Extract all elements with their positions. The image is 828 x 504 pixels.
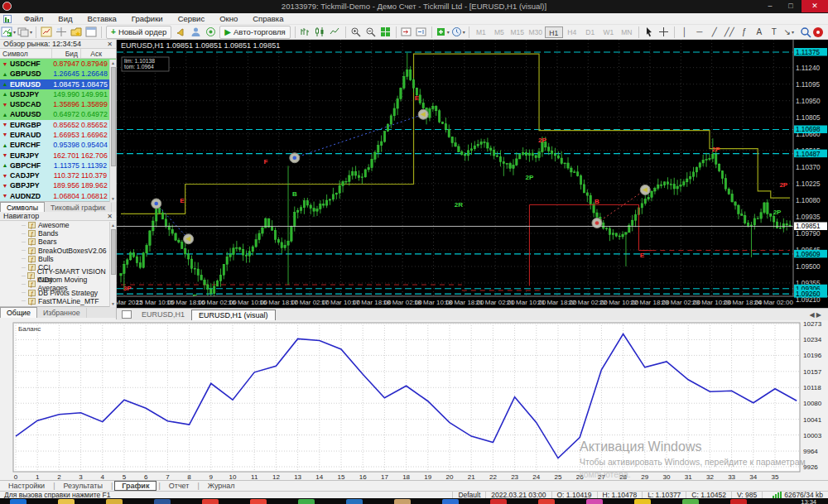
- chart-tab[interactable]: EURUSD,H1: [135, 310, 191, 320]
- menu-item-файл[interactable]: Файл: [17, 13, 51, 25]
- symbol-row-audusd[interactable]: ▲AUDUSD0.649720.64972: [0, 109, 116, 119]
- symbol-row-audnzd[interactable]: ▼AUDNZD1.068041.06812: [0, 190, 116, 200]
- tester-tab-1[interactable]: Результаты: [55, 482, 110, 490]
- taskbar-icon-start[interactable]: [10, 499, 26, 504]
- taskbar-icon-app-green[interactable]: [682, 499, 699, 504]
- navigator-item[interactable]: ─ƒFastTMALine_MTF: [10, 297, 116, 305]
- menu-item-справка[interactable]: Справка: [245, 13, 291, 25]
- navigator-item[interactable]: ─ƒBreakOutBoxesV2.06: [10, 247, 116, 255]
- scroll-up-icon[interactable]: ▲: [110, 222, 116, 228]
- new-chart-button[interactable]: ▾: [0, 26, 17, 39]
- line-chart-button[interactable]: [328, 26, 343, 39]
- menu-item-сервис[interactable]: Сервис: [171, 13, 213, 25]
- navigator-item[interactable]: ─ƒAwesome: [10, 221, 116, 229]
- cursor-button[interactable]: [642, 26, 657, 39]
- minimize-button[interactable]: –: [760, 0, 780, 12]
- period-button-mn[interactable]: MN: [618, 26, 636, 38]
- taskbar-icon-downloader[interactable]: [490, 499, 507, 504]
- taskbar-icon-chrome[interactable]: [250, 499, 267, 504]
- symbol-row-gbpusd[interactable]: ▲GBPUSD1.266451.26648: [0, 69, 116, 79]
- zoom-out-button[interactable]: [363, 26, 378, 39]
- symbol-row-eurchf[interactable]: ▲EURCHF0.953980.95404: [0, 140, 116, 150]
- chart-list-icon[interactable]: [122, 310, 132, 319]
- navigator-panel-button[interactable]: [69, 26, 84, 39]
- taskbar-icon-word[interactable]: [154, 499, 171, 504]
- column-symbol[interactable]: Символ: [0, 49, 52, 58]
- taskbar-icon-yandex[interactable]: [538, 499, 555, 504]
- menu-item-вид[interactable]: Вид: [51, 13, 79, 25]
- period-button-m30[interactable]: M30: [527, 26, 545, 38]
- tab-scroll-arrows[interactable]: ◀ ▶: [809, 311, 821, 320]
- navigator-close-icon[interactable]: ✕: [107, 213, 113, 220]
- vertical-line-icon[interactable]: │: [677, 26, 692, 39]
- column-bid[interactable]: Бид: [52, 49, 81, 58]
- tester-tab-4[interactable]: Журнал: [200, 482, 243, 490]
- market-watch-scrollbar[interactable]: ▲ ▼: [109, 60, 116, 202]
- search-button[interactable]: [798, 26, 813, 39]
- menu-item-графики[interactable]: Графики: [124, 13, 171, 25]
- chart-tab[interactable]: EURUSD,H1 (visual): [191, 310, 276, 320]
- column-ask[interactable]: Аск: [81, 49, 104, 58]
- candlestick-chart-button[interactable]: [313, 26, 328, 39]
- market-watch-panel-button[interactable]: [39, 26, 54, 39]
- close-button[interactable]: ✕: [802, 0, 828, 12]
- equidistant-channel-icon[interactable]: ╱╱: [722, 26, 737, 39]
- symbol-row-usdcad[interactable]: ▼USDCAD1.358961.35899: [0, 99, 116, 109]
- arrows-icon[interactable]: ↘▾: [782, 26, 797, 39]
- taskbar-clock[interactable]: 13:34: [801, 498, 816, 504]
- symbol-row-cadjpy[interactable]: ▼CADJPY110.372110.379: [0, 170, 116, 180]
- notifications-icon[interactable]: [813, 27, 823, 37]
- period-button-w1[interactable]: W1: [599, 26, 618, 38]
- bar-chart-button[interactable]: [298, 26, 313, 39]
- symbol-row-gbpjpy[interactable]: ▼GBPJPY189.956189.962: [0, 180, 116, 190]
- maximize-button[interactable]: □: [781, 0, 801, 12]
- period-button-m15[interactable]: M15: [508, 26, 527, 38]
- auto-scroll-button[interactable]: [399, 26, 414, 39]
- trendline-icon[interactable]: ╱: [707, 26, 722, 39]
- taskbar-icon-paint[interactable]: [394, 499, 411, 504]
- auto-trading-button[interactable]: ▶Авто-торговля: [219, 26, 290, 39]
- price-chart[interactable]: 3PEEFBE2R2P2PBE2P2P2P1.112401.110951.109…: [117, 40, 828, 308]
- navigator-tab-favorites[interactable]: Избранное: [37, 308, 87, 318]
- taskbar-icon-opera[interactable]: [202, 499, 219, 504]
- experts-button[interactable]: [188, 26, 203, 39]
- taskbar-icon-explorer[interactable]: [58, 499, 75, 504]
- symbol-row-eurusd[interactable]: ▲EURUSD1.084751.08475: [0, 79, 116, 89]
- news-button[interactable]: [203, 26, 218, 39]
- navigator-item[interactable]: ─ƒBands: [10, 229, 116, 238]
- taskbar-icon-folder[interactable]: [106, 499, 123, 504]
- period-button-d1[interactable]: D1: [581, 26, 599, 38]
- add-indicator-button[interactable]: ▾: [435, 26, 450, 39]
- period-button-h1[interactable]: H1: [545, 26, 563, 38]
- symbol-row-euraud[interactable]: ▼EURAUD1.669531.66962: [0, 130, 116, 140]
- period-button-h4[interactable]: H4: [563, 26, 581, 38]
- alerts-button[interactable]: [173, 26, 188, 39]
- scroll-down-icon[interactable]: ▼: [110, 195, 116, 202]
- symbol-row-eurjpy[interactable]: ▼EURJPY162.701162.706: [0, 150, 116, 160]
- navigator-item[interactable]: ─ƒCustom Moving Averages: [10, 280, 116, 288]
- taskbar-icon-app-multicolor[interactable]: [586, 499, 603, 504]
- taskbar-icon-app-yellow[interactable]: [634, 499, 651, 504]
- tester-tab-0[interactable]: Настройки: [0, 482, 53, 490]
- balance-chart[interactable]: Баланс1027310234101961015710118100801004…: [0, 320, 828, 480]
- taskbar-icon-word-doc[interactable]: [442, 499, 459, 504]
- tester-tab-3[interactable]: Отчет: [161, 482, 198, 490]
- menu-item-вставка[interactable]: Вставка: [80, 13, 124, 25]
- text-label-icon[interactable]: T: [767, 26, 782, 39]
- data-window-panel-button[interactable]: [54, 26, 69, 39]
- fibonacci-icon[interactable]: ƒ: [737, 26, 752, 39]
- terminal-panel-button[interactable]: [84, 26, 99, 39]
- taskbar-icon-display[interactable]: [298, 499, 315, 504]
- profiles-button[interactable]: ▾: [17, 26, 33, 39]
- menu-item-окно[interactable]: Окно: [212, 13, 245, 25]
- taskbar-icon-app-red[interactable]: [730, 499, 747, 504]
- navigator-item[interactable]: ─ƒBears: [10, 238, 116, 246]
- crosshair-button[interactable]: [657, 26, 672, 39]
- symbol-row-eurgbp[interactable]: ▼EURGBP0.856520.85652: [0, 120, 116, 130]
- text-icon[interactable]: A: [752, 26, 767, 39]
- symbol-row-usdchf[interactable]: ▼USDCHF0.879470.87949: [0, 59, 116, 69]
- zoom-in-button[interactable]: [349, 26, 363, 39]
- scroll-up-icon[interactable]: ▲: [110, 60, 116, 66]
- period-menu-button[interactable]: ▾: [450, 26, 466, 39]
- navigator-tab-common[interactable]: Общие: [0, 307, 37, 318]
